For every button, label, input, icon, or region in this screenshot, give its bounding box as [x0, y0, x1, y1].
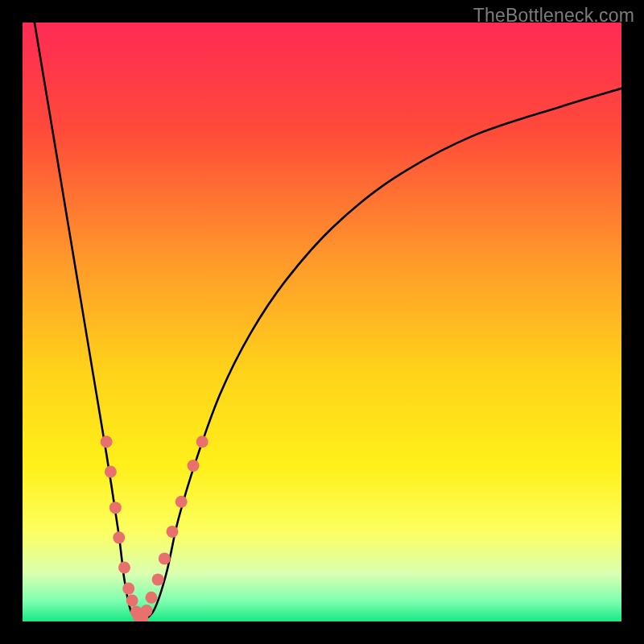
- data-dot: [118, 562, 130, 574]
- data-dot: [122, 583, 134, 595]
- data-dot: [141, 605, 153, 617]
- data-dot: [159, 552, 171, 564]
- data-dot: [113, 531, 125, 543]
- data-dot: [126, 594, 138, 606]
- gradient-background: [23, 23, 621, 621]
- data-dot: [145, 592, 157, 604]
- data-dot: [196, 436, 208, 448]
- bottleneck-chart: [23, 23, 621, 621]
- data-dot: [105, 466, 117, 478]
- data-dot: [167, 526, 179, 538]
- data-dot: [152, 573, 164, 585]
- data-dot: [101, 436, 113, 448]
- data-dot: [188, 460, 200, 472]
- data-dot: [175, 496, 188, 508]
- data-dot: [109, 502, 122, 514]
